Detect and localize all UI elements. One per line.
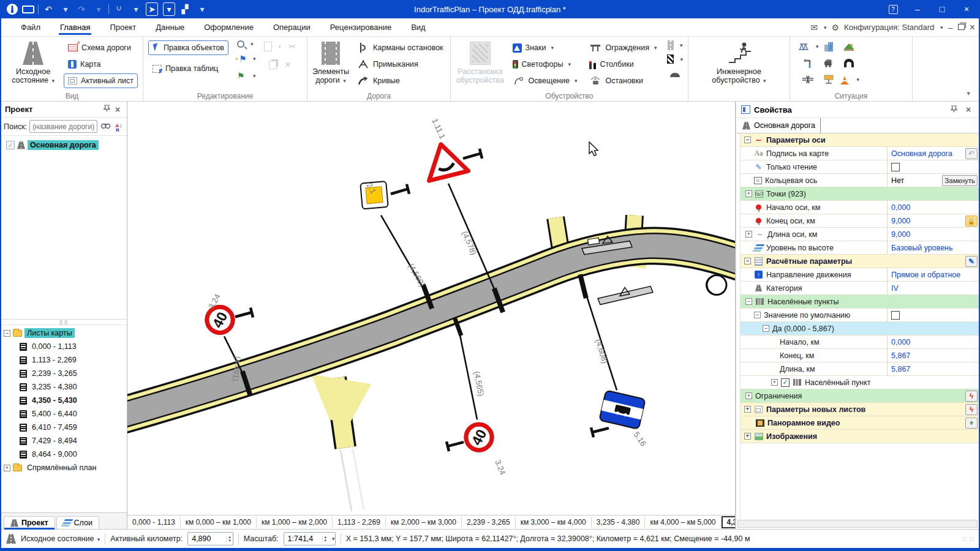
sheet-tab[interactable]: км 0,000 – км 1,000 (181, 517, 257, 528)
stops-button[interactable]: AОстановки (585, 73, 661, 88)
menu-tab-home[interactable]: Главная (51, 20, 99, 35)
priority-road-sign[interactable] (349, 170, 400, 221)
undo-chevron-icon[interactable]: ▾ (59, 2, 72, 16)
stop-pockets-button[interactable]: Карманы остановок (353, 40, 448, 55)
lightning-icon[interactable]: ϟ (965, 404, 978, 415)
configuration-chevron-icon[interactable]: ▾ (940, 24, 943, 31)
speed-limit-sign-40-a[interactable]: 40 (205, 305, 235, 335)
sheet-item[interactable]: 2,239 - 3,265 (1, 367, 127, 380)
property-row-end[interactable]: Конец, км 5,867 (741, 349, 979, 362)
engineering-equipment-button[interactable]: Инженерное обустройство ▾ (696, 40, 782, 85)
pipe-crossing-icon[interactable] (802, 73, 814, 86)
add-icon[interactable]: + (965, 418, 978, 429)
ribbon-collapse-chevron-icon[interactable]: ▾ (967, 89, 970, 97)
help-button[interactable]: ? (881, 0, 905, 18)
expand-icon[interactable]: + (745, 392, 752, 399)
mail-icon[interactable]: ✉ (810, 23, 818, 32)
lighting-button[interactable]: Освещение▾ (508, 73, 582, 88)
go-flag-chevron-icon[interactable]: ▾ (253, 73, 256, 79)
property-row-points[interactable]: +№?Точки (923) (741, 187, 979, 201)
building-icon[interactable] (823, 40, 835, 53)
sheet-item[interactable]: 7,429 - 8,494 (1, 434, 127, 448)
properties-object-tab[interactable]: Основная дорога (742, 118, 821, 133)
panel-splitter[interactable]: ⣿⣿ (1, 320, 127, 325)
curves-button[interactable]: Кривые (353, 73, 448, 88)
new-flag-icon[interactable]: ✳⚑ (235, 53, 247, 65)
sheet-tab-active[interactable]: 4,350 - 5,430 (722, 516, 735, 528)
collapse-icon[interactable]: − (745, 298, 752, 305)
ribbon-minimize-button[interactable]: – (948, 23, 953, 32)
bridge-icon[interactable] (797, 40, 810, 53)
qat-customize-chevron-icon[interactable]: ▾ (196, 2, 208, 16)
state-selector[interactable]: Исходное состояние ▾ (21, 534, 100, 543)
bridge-chevron-icon[interactable]: ▾ (816, 43, 819, 50)
scale-input[interactable] (288, 534, 320, 543)
scale-chevron-icon[interactable]: ▾ (332, 536, 335, 542)
property-row-settlements[interactable]: −Населённые пункты (741, 295, 979, 309)
search-input[interactable] (29, 120, 97, 133)
dangerous-curve-sign[interactable] (421, 140, 469, 181)
property-group-video[interactable]: Панорамное видео + (741, 416, 979, 430)
road-checkbox[interactable]: ✓ (6, 141, 15, 149)
maximize-button[interactable]: □ (930, 0, 954, 18)
default-checkbox[interactable] (891, 311, 900, 320)
resize-grip[interactable]: ∷ ∷ (962, 536, 974, 542)
menu-tab-view[interactable]: Вид (402, 20, 434, 35)
road-elements-button[interactable]: Элементы дороги ▾ (312, 40, 349, 85)
sheet-tab[interactable]: км 3,000 – км 4,000 (516, 517, 592, 528)
expand-icon[interactable]: + (745, 190, 752, 197)
horizontal-scrollbar[interactable] (737, 520, 978, 528)
sheet-tab[interactable]: км 1,000 – км 2,000 (257, 517, 333, 528)
sheet-item[interactable]: 1,113 - 2,269 (1, 353, 127, 367)
zoom-select-chevron-icon[interactable]: ▾ (251, 41, 254, 47)
menu-tab-review[interactable]: Рецензирование (322, 20, 400, 35)
sheet-item[interactable]: 0,000 - 1,113 (1, 340, 127, 353)
property-row-caption[interactable]: AaПодпись на карте Основная дорога ↶ (741, 147, 979, 160)
close-icon[interactable]: × (963, 105, 974, 114)
menu-tab-operations[interactable]: Операции (265, 20, 319, 35)
collapse-icon[interactable]: − (744, 137, 751, 143)
pin-icon[interactable] (948, 105, 959, 114)
sheet-tab[interactable]: км 2,000 – км 3,000 (386, 517, 462, 528)
sheet-tab[interactable]: 0,000 - 1,113 (127, 517, 181, 528)
active-km-input[interactable] (192, 534, 224, 543)
signs-button[interactable]: Знаки▾ (508, 40, 582, 55)
water-supply-icon[interactable] (802, 57, 814, 69)
app-icon[interactable] (6, 2, 18, 16)
property-row-height-level[interactable]: Уровень по высоте Базовый уровень (741, 241, 979, 255)
plan-folder-row[interactable]: + Спрямлённый план (1, 461, 127, 474)
expand-icon[interactable]: + (771, 379, 778, 386)
guide-sign-icon[interactable] (667, 54, 674, 64)
initial-state-button[interactable]: Исходное состояние ▾ (6, 40, 60, 85)
road-marking-chevron-icon[interactable]: ▾ (680, 42, 683, 48)
map-canvas[interactable]: 40 40 (127, 102, 735, 515)
close-button[interactable]: × (954, 0, 979, 18)
traffic-cone-icon[interactable] (839, 73, 851, 86)
ribbon-close-button[interactable]: × (970, 22, 975, 33)
magnet-chevron-icon[interactable]: ▾ (130, 2, 142, 16)
active-km-spinner[interactable]: ▴▾ (187, 532, 233, 545)
road-marking-icon[interactable] (668, 40, 674, 50)
scale-spinner[interactable]: ▴▾ ▾ (284, 532, 336, 545)
speed-bump-icon[interactable] (670, 73, 680, 77)
property-row-yes-range[interactable]: −Да (0,000 - 5,867) (741, 322, 979, 335)
property-row-direction[interactable]: ↑Направление движения Прямое и обратное (741, 268, 979, 282)
property-group-axis[interactable]: −∼Параметры оси (741, 133, 979, 147)
property-row-settlement[interactable]: +✓Населённый пункт (741, 376, 979, 389)
billboard-icon[interactable] (823, 73, 835, 86)
land-plot-icon[interactable] (843, 40, 855, 53)
edit-button[interactable]: ✎ (965, 256, 978, 267)
sheet-item[interactable]: 6,410 - 7,459 (1, 421, 127, 434)
go-flag-icon[interactable]: ⚑ (235, 70, 247, 82)
posts-button[interactable]: Столбики (585, 57, 661, 72)
property-row-readonly[interactable]: ✎Только чтение (741, 160, 979, 174)
readonly-checkbox[interactable] (891, 163, 900, 171)
active-sheet-button[interactable]: Активный лист (64, 73, 138, 88)
property-row-default-value[interactable]: −Значение по умолчанию (741, 309, 979, 322)
bus-stop-sign[interactable] (599, 391, 646, 429)
new-flag-chevron-icon[interactable]: ▾ (253, 56, 256, 62)
expand-icon[interactable]: + (4, 465, 10, 471)
tab-project[interactable]: Проект (4, 516, 55, 529)
menu-tab-data[interactable]: Данные (147, 20, 193, 35)
menu-tab-design[interactable]: Оформление (195, 20, 262, 35)
